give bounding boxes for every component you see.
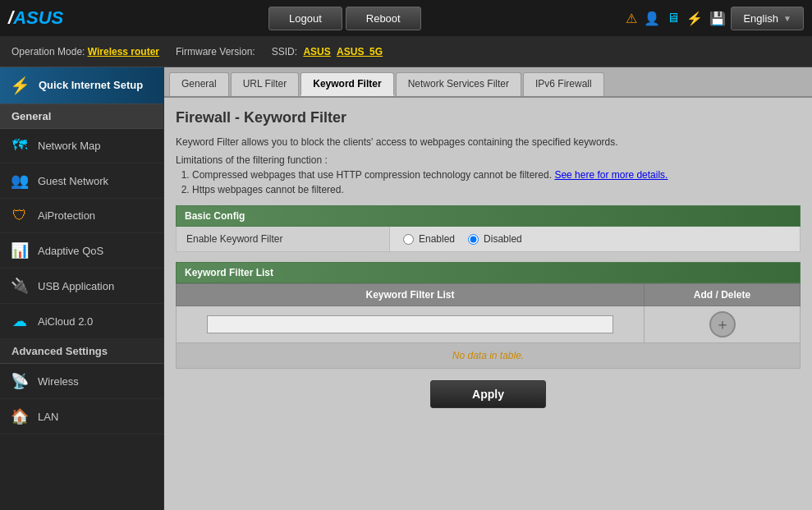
limitation-2: Https webpages cannot be filtered. [192, 184, 801, 195]
filter-list-header: Keyword Filter List [176, 262, 801, 283]
keyword-input[interactable] [207, 315, 612, 333]
add-delete-cell: ＋ [645, 306, 801, 343]
sidebar-item-wireless[interactable]: 📡 Wireless [0, 364, 163, 399]
status-bar: Operation Mode: Wireless router Firmware… [0, 36, 812, 67]
general-section-header: General [0, 104, 163, 129]
language-label: English [743, 12, 778, 25]
basic-config-section: Basic Config Enable Keyword Filter Enabl… [176, 205, 801, 252]
quick-setup-icon: ⚡ [10, 76, 30, 95]
quick-internet-setup[interactable]: ⚡ Quick Internet Setup [0, 67, 163, 104]
tab-keyword-filter[interactable]: Keyword Filter [300, 72, 393, 96]
status-icons: ⚠ 👤 🖥 ⚡ 💾 [626, 11, 726, 26]
add-button[interactable]: ＋ [709, 311, 736, 338]
basic-config-header: Basic Config [176, 205, 801, 227]
col-add-delete: Add / Delete [645, 284, 801, 306]
asus-logo: /ASUS [8, 7, 63, 29]
warning-icon: ⚠ [626, 11, 637, 26]
filter-table: Keyword Filter List Add / Delete ＋ [176, 283, 801, 369]
tab-bar: General URL Filter Keyword Filter Networ… [164, 67, 812, 98]
sidebar-item-network-map[interactable]: 🗺 Network Map [0, 129, 163, 163]
tab-network-services-filter[interactable]: Network Services Filter [396, 72, 521, 96]
chevron-down-icon: ▼ [783, 14, 791, 23]
no-data-row: No data in table. [177, 343, 801, 369]
col-filter-list: Keyword Filter List [177, 284, 645, 306]
cloud-icon: 💾 [709, 11, 726, 26]
tab-ipv6-firewall[interactable]: IPv6 Firewall [523, 72, 604, 96]
ssid-link[interactable]: ASUS [303, 46, 330, 57]
reboot-button[interactable]: Reboot [346, 7, 421, 30]
sidebar-item-label-ai-protection: AiProtection [38, 209, 95, 222]
sidebar-item-label-guest-network: Guest Network [38, 175, 108, 187]
apply-container: Apply [176, 380, 801, 408]
content-panel: Firewall - Keyword Filter Keyword Filter… [164, 98, 812, 420]
sidebar-item-label-lan: LAN [38, 411, 58, 423]
sidebar-item-label-adaptive-qos: Adaptive QoS [38, 245, 103, 257]
sidebar-item-guest-network[interactable]: 👥 Guest Network [0, 163, 163, 199]
quick-setup-label: Quick Internet Setup [39, 79, 143, 92]
logout-button[interactable]: Logout [268, 7, 342, 30]
sidebar-item-aicloud[interactable]: ☁ AiCloud 2.0 [0, 304, 163, 339]
adaptive-qos-icon: 📊 [10, 241, 30, 260]
sidebar-item-lan[interactable]: 🏠 LAN [0, 399, 163, 434]
network-map-icon: 🗺 [10, 137, 30, 154]
enable-label: Enable Keyword Filter [177, 227, 390, 251]
sidebar-item-label-wireless: Wireless [38, 375, 79, 388]
limitations-label: Limitations of the filtering function : [176, 154, 801, 166]
usb-icon: ⚡ [686, 11, 703, 26]
enabled-radio[interactable] [403, 234, 414, 245]
usb-application-icon: 🔌 [10, 277, 30, 295]
enable-keyword-filter-row: Enable Keyword Filter Enabled Disabled [176, 227, 801, 252]
sidebar-item-usb-application[interactable]: 🔌 USB Application [0, 269, 163, 304]
wireless-icon: 📡 [10, 372, 30, 390]
operation-mode-link[interactable]: Wireless router [88, 46, 159, 57]
filter-list-section: Keyword Filter List Keyword Filter List … [176, 262, 801, 369]
no-data-cell: No data in table. [177, 343, 801, 369]
filter-input-row: ＋ [177, 306, 801, 343]
tab-general[interactable]: General [169, 72, 229, 96]
disabled-radio[interactable] [468, 234, 479, 245]
ssid-5g-link[interactable]: ASUS_5G [337, 46, 383, 57]
disabled-label: Disabled [484, 233, 522, 245]
apply-button[interactable]: Apply [430, 380, 546, 408]
see-details-link[interactable]: See here for more details. [554, 169, 667, 181]
limitations-list: Compressed webpages that use HTTP compre… [192, 169, 801, 195]
page-title: Firewall - Keyword Filter [176, 109, 801, 126]
sidebar-item-label-aicloud: AiCloud 2.0 [38, 315, 93, 328]
content-area: General URL Filter Keyword Filter Networ… [164, 67, 812, 510]
advanced-settings-header: Advanced Settings [0, 339, 163, 364]
operation-mode: Operation Mode: Wireless router [11, 46, 159, 57]
description-text: Keyword Filter allows you to block the c… [176, 136, 801, 148]
ai-protection-icon: 🛡 [10, 207, 30, 224]
disabled-option[interactable]: Disabled [468, 233, 522, 245]
sidebar-item-label-network-map: Network Map [38, 140, 101, 152]
main-layout: ⚡ Quick Internet Setup General 🗺 Network… [0, 67, 812, 510]
sidebar-item-adaptive-qos[interactable]: 📊 Adaptive QoS [0, 233, 163, 269]
network-icon: 🖥 [667, 11, 680, 25]
top-nav: Logout Reboot [268, 7, 421, 30]
ssid-info: SSID: ASUS ASUS_5G [272, 46, 383, 57]
sidebar-item-ai-protection[interactable]: 🛡 AiProtection [0, 199, 163, 233]
sidebar: ⚡ Quick Internet Setup General 🗺 Network… [0, 67, 164, 510]
guest-network-icon: 👥 [10, 172, 30, 190]
language-button[interactable]: English ▼ [731, 7, 804, 30]
firmware-version: Firmware Version: [176, 46, 255, 57]
filter-input-cell [177, 306, 645, 343]
enabled-label: Enabled [419, 233, 455, 245]
aicloud-icon: ☁ [10, 312, 30, 330]
top-bar: /ASUS Logout Reboot ⚠ 👤 🖥 ⚡ 💾 English ▼ [0, 0, 812, 36]
config-value: Enabled Disabled [390, 227, 535, 251]
user-icon: 👤 [644, 11, 660, 26]
tab-url-filter[interactable]: URL Filter [231, 72, 300, 96]
enabled-option[interactable]: Enabled [403, 233, 455, 245]
limitation-1: Compressed webpages that use HTTP compre… [192, 169, 801, 181]
sidebar-item-label-usb-application: USB Application [38, 280, 114, 292]
lan-icon: 🏠 [10, 407, 30, 425]
